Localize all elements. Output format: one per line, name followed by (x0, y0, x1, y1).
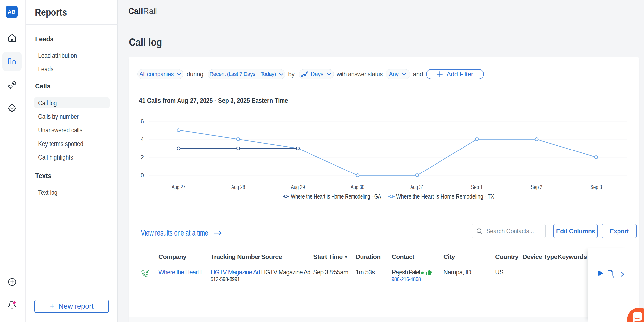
svg-text:4: 4 (141, 136, 144, 143)
svg-text:Sep 3: Sep 3 (590, 184, 602, 190)
svg-text:Aug 27: Aug 27 (172, 184, 186, 190)
svg-text:Sep 1: Sep 1 (471, 184, 483, 190)
svg-text:2: 2 (141, 154, 144, 161)
svg-text:Aug 31: Aug 31 (410, 184, 424, 190)
svg-text:Sep 2: Sep 2 (531, 184, 542, 190)
svg-text:Where the Heart Is Home Remode: Where the Heart Is Home Remodeling - TX (396, 193, 494, 200)
svg-text:Aug 29: Aug 29 (291, 184, 305, 190)
svg-text:Aug 30: Aug 30 (350, 184, 364, 190)
svg-text:Aug 28: Aug 28 (231, 184, 245, 190)
svg-text:6: 6 (141, 118, 144, 125)
svg-text:0: 0 (141, 172, 144, 179)
svg-text:Where the Heart is Home Remode: Where the Heart is Home Remodeling - GA (291, 193, 381, 200)
